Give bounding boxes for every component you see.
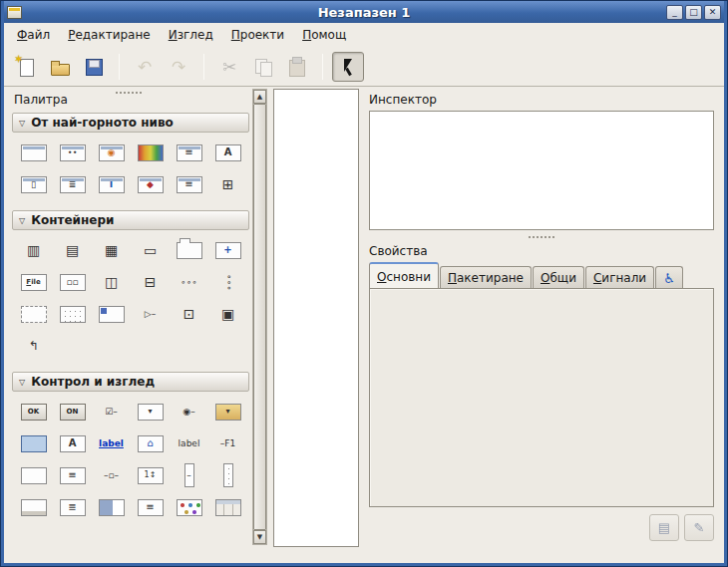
palette-item-icon-view[interactable] xyxy=(170,492,208,522)
palette-item-vscale[interactable]: – xyxy=(170,460,208,490)
palette-item-font-selection-dialog[interactable]: A xyxy=(208,138,247,167)
scroll-down-icon[interactable]: ▼ xyxy=(253,530,266,544)
palette-item-toolbar[interactable]: ▫▫ xyxy=(53,267,92,297)
doc-button[interactable]: ▤ xyxy=(649,514,679,541)
palette-item-frame[interactable]: ▭ xyxy=(131,235,170,265)
palette-item-image[interactable]: ⌂ xyxy=(131,428,170,458)
palette-item-button[interactable]: OK xyxy=(14,397,53,426)
tab-signals[interactable]: Сигнали xyxy=(585,266,654,289)
palette-item-message-dialog[interactable]: ◉ xyxy=(92,138,131,167)
palette-item-vbuttonbox[interactable]: ∘∘∘ xyxy=(208,267,247,297)
vpaned-icon: ⊟ xyxy=(138,274,164,291)
hbuttonbox-icon: ∘∘∘ xyxy=(177,274,202,291)
palette-section-toplevel[interactable]: ▽ От най-горното ниво xyxy=(12,113,249,133)
accessibility-icon: ♿ xyxy=(663,272,675,285)
palette-item-expander[interactable]: ↰ xyxy=(14,331,53,361)
palette-item-hscale[interactable]: –▫– xyxy=(92,460,131,490)
maximize-button[interactable]: □ xyxy=(685,5,702,20)
palette-item-progress-bar[interactable] xyxy=(92,492,131,522)
palette-item-chooser-dialog[interactable]: ⊞ xyxy=(208,169,247,199)
save-button[interactable] xyxy=(78,52,110,82)
cut-button[interactable]: ✂ xyxy=(213,52,245,82)
tab-general[interactable]: Основни xyxy=(369,262,439,289)
select-button[interactable] xyxy=(332,52,364,82)
palette-item-scrolled-window[interactable]: + xyxy=(208,235,247,265)
palette-item-accel-label[interactable]: A xyxy=(53,428,92,458)
undo-button[interactable]: ↶ xyxy=(129,52,161,82)
palette-item-check-button[interactable]: ☑– xyxy=(92,397,131,426)
copy-button[interactable] xyxy=(247,52,279,82)
minimize-button[interactable]: _ xyxy=(666,5,683,20)
palette-item-about-dialog[interactable]: i xyxy=(92,169,131,199)
palette-item-vpaned[interactable]: ⊟ xyxy=(131,267,170,297)
properties-label: Свойства xyxy=(369,244,428,258)
tab-common[interactable]: Общи xyxy=(533,266,584,289)
palette-item-input-dialog[interactable]: ▯ xyxy=(14,169,53,199)
palette-item-table[interactable]: ▦ xyxy=(92,235,131,265)
paste-button[interactable] xyxy=(281,52,313,82)
palette-item-accelerator[interactable]: –F1 xyxy=(208,428,247,458)
palette-item-file-chooser-dialog[interactable]: ≡ xyxy=(170,138,208,167)
inspector-tree[interactable] xyxy=(369,111,714,230)
pane-resize-grip[interactable] xyxy=(116,92,142,94)
new-button[interactable] xyxy=(10,52,42,82)
palette-item-color-selection-dialog[interactable] xyxy=(131,138,170,167)
palette-item-hpaned[interactable]: ◫ xyxy=(92,267,131,297)
menu-help[interactable]: Помощ xyxy=(293,25,355,45)
palette-item-assistant[interactable]: ◆ xyxy=(131,169,170,199)
palette-item-dialog[interactable]: ∙∙ xyxy=(53,138,92,167)
palette-item-layout[interactable] xyxy=(53,299,92,329)
palette-item-radio-button[interactable]: ◉– xyxy=(170,397,208,426)
tab-accessibility[interactable]: ♿ xyxy=(655,266,683,289)
palette-scrollbar[interactable]: ▲ ▼ xyxy=(252,89,267,545)
palette-item-hbox[interactable]: ▥ xyxy=(14,235,53,265)
palette-item-text-view[interactable]: ≡ xyxy=(53,460,92,490)
palette-item-menu[interactable]: ≡ xyxy=(131,492,170,522)
palette-section-containers[interactable]: ▽ Контейнери xyxy=(12,210,249,230)
palette-item-notebook[interactable] xyxy=(170,235,208,265)
palette-item-hbuttonbox[interactable]: ∘∘∘ xyxy=(170,267,208,297)
palette-item-viewport[interactable]: ⊡ xyxy=(170,299,208,329)
palette-item-list[interactable]: ≣ xyxy=(53,492,92,522)
edit-button[interactable]: ✎ xyxy=(684,514,714,541)
palette-item-vbox[interactable]: ▤ xyxy=(53,235,92,265)
palette-item-entry[interactable] xyxy=(14,428,53,458)
viewport-icon: ⊡ xyxy=(177,306,202,323)
palette-item-aspect-frame[interactable]: ▣ xyxy=(208,299,247,329)
palette-item-recent-chooser-dialog[interactable]: ≡ xyxy=(170,169,208,199)
palette-item-toggle-button[interactable]: ON xyxy=(53,397,92,426)
fixed-icon xyxy=(21,306,47,323)
palette-item-menubar[interactable]: File xyxy=(14,267,53,297)
scroll-up-icon[interactable]: ▲ xyxy=(253,90,266,104)
tab-packing[interactable]: Пакетиране xyxy=(440,266,532,289)
redo-button[interactable]: ↷ xyxy=(163,52,194,82)
palette-item-drawing-area[interactable] xyxy=(14,460,53,490)
palette-item-link-button[interactable]: label xyxy=(92,428,131,458)
palette-item-file-selection[interactable]: ≣ xyxy=(53,169,92,199)
menu-file[interactable]: Файл xyxy=(8,25,59,45)
palette-section-controls[interactable]: ▽ Контрол и изглед xyxy=(12,372,249,392)
palette-item-vscrollbar[interactable] xyxy=(208,460,247,490)
palette-item-statusbar[interactable] xyxy=(14,492,53,522)
text-view-icon: ≡ xyxy=(60,467,86,484)
palette-item-tree-view[interactable] xyxy=(208,492,247,522)
open-button[interactable] xyxy=(44,52,76,82)
palette-item-fixed[interactable] xyxy=(14,299,53,329)
palette-item-file-chooser-button[interactable]: ▾ xyxy=(208,397,247,426)
entry-icon xyxy=(21,435,47,452)
toggle-button-icon: ON xyxy=(60,404,86,421)
close-button[interactable]: ✕ xyxy=(704,5,721,20)
menu-view[interactable]: Изглед xyxy=(160,25,222,45)
palette-item-combo-box[interactable]: ▾ xyxy=(131,397,170,426)
pane-resize-grip[interactable] xyxy=(529,236,554,238)
message-dialog-icon: ◉ xyxy=(99,144,125,161)
menu-edit[interactable]: Редактиране xyxy=(59,25,160,45)
palette-item-label[interactable]: label xyxy=(170,428,208,458)
menu-projects[interactable]: Проекти xyxy=(222,25,293,45)
palette-item-spin-button[interactable]: 1↕ xyxy=(131,460,170,490)
scrollbar-thumb[interactable] xyxy=(253,104,266,530)
palette-item-handle-box[interactable] xyxy=(92,299,131,329)
titlebar[interactable]: Незапазен 1 _ □ ✕ xyxy=(4,1,724,23)
palette-item-window[interactable] xyxy=(14,138,53,167)
palette-item-arrow[interactable]: ▷– xyxy=(131,299,170,329)
